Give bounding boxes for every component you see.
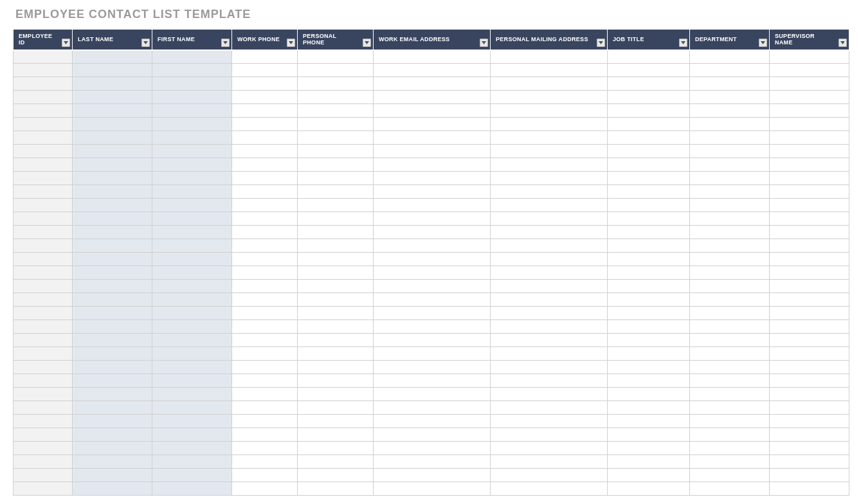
table-cell[interactable]	[14, 361, 73, 374]
table-cell[interactable]	[73, 118, 152, 131]
table-cell[interactable]	[608, 482, 690, 496]
table-cell[interactable]	[73, 482, 152, 496]
table-cell[interactable]	[491, 77, 608, 91]
table-cell[interactable]	[690, 172, 770, 185]
table-cell[interactable]	[374, 145, 491, 158]
table-cell[interactable]	[298, 212, 374, 226]
table-cell[interactable]	[374, 320, 491, 334]
table-cell[interactable]	[608, 64, 690, 77]
table-cell[interactable]	[73, 64, 152, 77]
table-cell[interactable]	[491, 307, 608, 320]
table-cell[interactable]	[608, 455, 690, 469]
table-cell[interactable]	[298, 172, 374, 185]
table-cell[interactable]	[491, 239, 608, 253]
table-cell[interactable]	[608, 158, 690, 172]
table-cell[interactable]	[73, 131, 152, 145]
table-cell[interactable]	[608, 253, 690, 266]
table-cell[interactable]	[232, 50, 298, 64]
table-cell[interactable]	[14, 482, 73, 496]
table-cell[interactable]	[14, 280, 73, 293]
table-cell[interactable]	[232, 77, 298, 91]
table-cell[interactable]	[608, 428, 690, 442]
table-cell[interactable]	[608, 442, 690, 455]
table-cell[interactable]	[690, 442, 770, 455]
table-cell[interactable]	[770, 226, 849, 239]
table-cell[interactable]	[770, 469, 849, 482]
table-cell[interactable]	[690, 50, 770, 64]
table-cell[interactable]	[152, 239, 232, 253]
table-cell[interactable]	[152, 361, 232, 374]
table-cell[interactable]	[374, 401, 491, 415]
table-cell[interactable]	[374, 469, 491, 482]
table-cell[interactable]	[152, 388, 232, 401]
table-cell[interactable]	[232, 158, 298, 172]
table-cell[interactable]	[690, 199, 770, 212]
table-cell[interactable]	[298, 361, 374, 374]
table-cell[interactable]	[152, 280, 232, 293]
table-cell[interactable]	[232, 361, 298, 374]
table-cell[interactable]	[491, 64, 608, 77]
table-cell[interactable]	[770, 185, 849, 199]
table-cell[interactable]	[770, 172, 849, 185]
table-cell[interactable]	[232, 64, 298, 77]
table-cell[interactable]	[690, 118, 770, 131]
table-cell[interactable]	[608, 185, 690, 199]
table-cell[interactable]	[73, 158, 152, 172]
table-cell[interactable]	[690, 455, 770, 469]
table-cell[interactable]	[73, 293, 152, 307]
table-cell[interactable]	[374, 307, 491, 320]
table-cell[interactable]	[14, 118, 73, 131]
table-cell[interactable]	[152, 482, 232, 496]
table-cell[interactable]	[770, 320, 849, 334]
table-cell[interactable]	[232, 118, 298, 131]
table-cell[interactable]	[152, 131, 232, 145]
table-cell[interactable]	[770, 50, 849, 64]
table-cell[interactable]	[152, 64, 232, 77]
table-cell[interactable]	[232, 185, 298, 199]
table-cell[interactable]	[770, 455, 849, 469]
table-cell[interactable]	[232, 415, 298, 428]
table-cell[interactable]	[491, 442, 608, 455]
table-cell[interactable]	[374, 50, 491, 64]
table-cell[interactable]	[298, 293, 374, 307]
table-cell[interactable]	[14, 91, 73, 104]
table-cell[interactable]	[608, 172, 690, 185]
table-cell[interactable]	[298, 239, 374, 253]
table-cell[interactable]	[491, 280, 608, 293]
table-cell[interactable]	[232, 320, 298, 334]
table-cell[interactable]	[770, 77, 849, 91]
table-cell[interactable]	[152, 118, 232, 131]
table-cell[interactable]	[14, 401, 73, 415]
table-cell[interactable]	[608, 239, 690, 253]
table-cell[interactable]	[232, 280, 298, 293]
table-cell[interactable]	[14, 293, 73, 307]
table-cell[interactable]	[690, 361, 770, 374]
table-cell[interactable]	[152, 158, 232, 172]
table-cell[interactable]	[14, 172, 73, 185]
table-cell[interactable]	[608, 401, 690, 415]
table-cell[interactable]	[232, 172, 298, 185]
table-cell[interactable]	[152, 104, 232, 118]
table-cell[interactable]	[73, 374, 152, 388]
table-cell[interactable]	[298, 347, 374, 361]
table-cell[interactable]	[152, 401, 232, 415]
table-cell[interactable]	[608, 415, 690, 428]
table-cell[interactable]	[298, 77, 374, 91]
table-cell[interactable]	[374, 158, 491, 172]
table-cell[interactable]	[608, 293, 690, 307]
table-cell[interactable]	[232, 131, 298, 145]
table-cell[interactable]	[152, 293, 232, 307]
table-cell[interactable]	[770, 307, 849, 320]
table-cell[interactable]	[73, 347, 152, 361]
table-cell[interactable]	[152, 442, 232, 455]
table-cell[interactable]	[690, 307, 770, 320]
filter-dropdown-icon[interactable]	[287, 39, 295, 47]
table-cell[interactable]	[152, 374, 232, 388]
table-cell[interactable]	[298, 307, 374, 320]
table-cell[interactable]	[152, 50, 232, 64]
table-cell[interactable]	[690, 212, 770, 226]
table-cell[interactable]	[770, 442, 849, 455]
table-cell[interactable]	[374, 131, 491, 145]
table-cell[interactable]	[374, 239, 491, 253]
table-cell[interactable]	[232, 374, 298, 388]
